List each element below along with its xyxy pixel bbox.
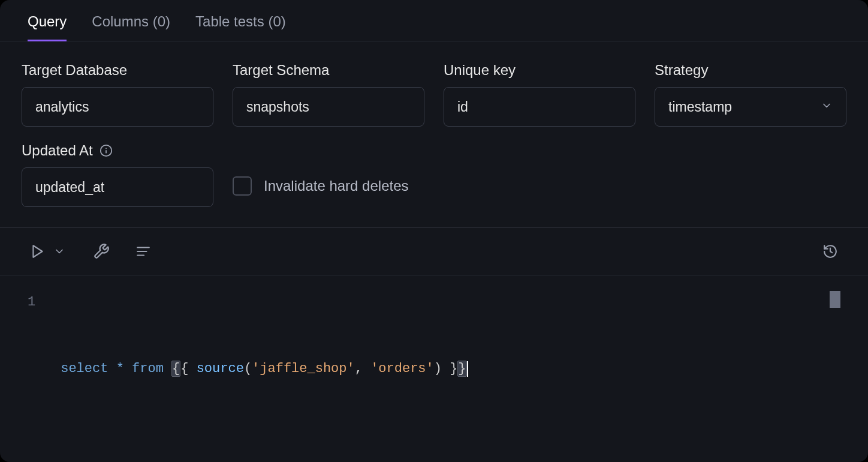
token-source-fn: source xyxy=(197,361,244,376)
token-from: from xyxy=(132,361,164,376)
field-updated-at: Updated At xyxy=(22,142,213,207)
field-target-database: Target Database xyxy=(22,62,213,127)
token-lbrace-inner: { xyxy=(180,361,196,376)
checkbox-row-invalidate: Invalidate hard deletes xyxy=(233,165,409,207)
input-unique-key[interactable] xyxy=(444,87,635,127)
field-unique-key: Unique key xyxy=(444,62,635,127)
format-button[interactable] xyxy=(133,241,153,262)
token-select: select xyxy=(61,361,108,376)
history-button[interactable] xyxy=(820,241,840,262)
tabs-bar: Query Columns (0) Table tests (0) xyxy=(0,0,868,41)
config-panel: Query Columns (0) Table tests (0) Target… xyxy=(0,0,868,462)
tab-columns[interactable]: Columns (0) xyxy=(92,13,170,41)
tab-query[interactable]: Query xyxy=(28,13,67,41)
label-strategy: Strategy xyxy=(655,62,846,79)
select-strategy[interactable]: timestamp xyxy=(655,87,846,127)
editor-toolbar xyxy=(0,228,868,275)
info-icon[interactable] xyxy=(99,143,113,158)
label-invalidate-hard-deletes: Invalidate hard deletes xyxy=(264,178,409,194)
token-comma: , xyxy=(355,361,370,376)
tab-table-tests[interactable]: Table tests (0) xyxy=(195,13,286,41)
input-updated-at[interactable] xyxy=(22,167,213,207)
token-str1: 'jaffle_shop' xyxy=(252,361,355,376)
form-area: Target Database Target Schema Unique key… xyxy=(0,41,868,228)
token-lbrace-outer: { xyxy=(171,361,180,377)
token-rbrace-outer: } xyxy=(457,361,466,377)
token-rparen: ) xyxy=(434,361,442,376)
token-lparen: ( xyxy=(244,361,252,376)
field-strategy: Strategy timestamp xyxy=(655,62,846,127)
run-button[interactable] xyxy=(28,241,48,262)
token-rbrace-inner: } xyxy=(442,361,457,376)
run-dropdown-button[interactable] xyxy=(49,241,70,262)
scrollbar-thumb[interactable] xyxy=(830,291,840,308)
text-cursor xyxy=(467,361,468,377)
chevron-down-icon xyxy=(821,99,833,115)
line-number: 1 xyxy=(28,292,35,445)
code-editor[interactable]: 1 select * from {{ source('jaffle_shop',… xyxy=(0,275,868,462)
label-updated-at-text: Updated At xyxy=(22,142,93,159)
label-target-schema: Target Schema xyxy=(233,62,424,79)
code-line: select * from {{ source('jaffle_shop', '… xyxy=(61,292,468,445)
label-unique-key: Unique key xyxy=(444,62,635,79)
svg-marker-3 xyxy=(33,245,42,257)
field-target-schema: Target Schema xyxy=(233,62,424,127)
token-star: * xyxy=(116,361,124,376)
label-target-database: Target Database xyxy=(22,62,213,79)
build-button[interactable] xyxy=(91,241,111,262)
token-str2: 'orders' xyxy=(370,361,434,376)
label-updated-at: Updated At xyxy=(22,142,213,159)
input-target-schema[interactable] xyxy=(233,87,424,127)
input-target-database[interactable] xyxy=(22,87,213,127)
select-strategy-value: timestamp xyxy=(668,99,732,115)
checkbox-invalidate-hard-deletes[interactable] xyxy=(233,176,252,196)
